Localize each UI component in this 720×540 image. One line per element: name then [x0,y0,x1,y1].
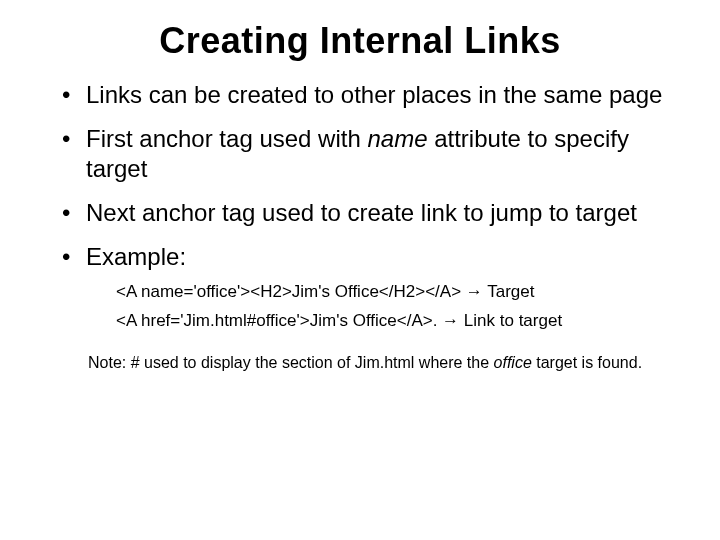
bullet-2-text-pre: First anchor tag used with [86,125,367,152]
bullet-item-3: Next anchor tag used to create link to j… [58,198,670,228]
bullet-list: Links can be created to other places in … [50,80,670,336]
footnote-italic-office: office [494,354,532,371]
bullet-2-italic-name: name [367,125,427,152]
footnote-post: target is found. [532,354,642,371]
example-block: <A name='office'><H2>Jim's Office</H2></… [86,278,670,336]
footnote: Note: # used to display the section of J… [50,354,670,372]
example-line-1: <A name='office'><H2>Jim's Office</H2></… [116,278,670,307]
example-line-2: <A href='Jim.html#office'>Jim's Office</… [116,307,670,336]
bullet-item-1: Links can be created to other places in … [58,80,670,110]
slide-title: Creating Internal Links [50,20,670,62]
bullet-item-2: First anchor tag used with name attribut… [58,124,670,184]
bullet-4-label: Example: [86,243,186,270]
bullet-item-4: Example: <A name='office'><H2>Jim's Offi… [58,242,670,336]
footnote-pre: Note: # used to display the section of J… [88,354,494,371]
